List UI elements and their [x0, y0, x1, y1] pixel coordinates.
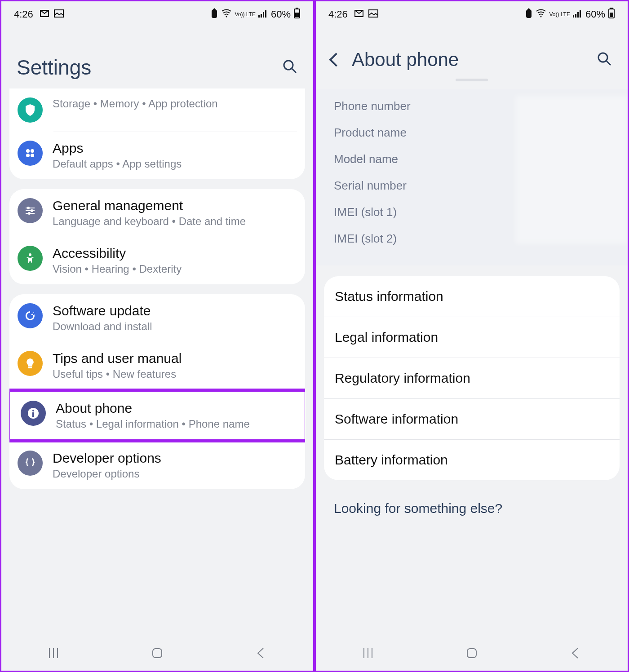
card-device-care: Storage • Memory • App protection Apps D…: [9, 88, 305, 179]
about-regulatory[interactable]: Regulatory information: [324, 358, 620, 398]
about-legal[interactable]: Legal information: [324, 317, 620, 358]
svg-point-39: [598, 53, 607, 62]
nav-bar: [316, 637, 628, 671]
gallery-icon: [368, 9, 378, 20]
settings-row-accessibility[interactable]: Accessibility Vision • Hearing • Dexteri…: [9, 237, 305, 284]
svg-point-13: [26, 154, 30, 157]
svg-point-9: [284, 61, 293, 70]
update-icon: [18, 303, 43, 328]
svg-point-31: [540, 16, 542, 18]
svg-point-12: [31, 149, 34, 153]
row-subtitle: Storage • Memory • App protection: [53, 97, 297, 110]
svg-rect-5: [265, 10, 266, 18]
settings-row-developer[interactable]: Developer options Developer options: [9, 442, 305, 489]
card-general: General management Language and keyboard…: [9, 189, 305, 284]
about-status[interactable]: Status information: [324, 276, 620, 317]
row-subtitle: Default apps • App settings: [53, 158, 297, 170]
row-subtitle: Download and install: [53, 320, 297, 333]
row-title: Tips and user manual: [53, 351, 297, 366]
settings-row-general[interactable]: General management Language and keyboard…: [9, 189, 305, 237]
row-subtitle: Useful tips • New features: [53, 368, 297, 380]
settings-header: Settings: [1, 25, 313, 92]
saver-icon: [210, 8, 218, 21]
settings-row-about[interactable]: About phone Status • Legal information •…: [13, 393, 302, 438]
saver-icon: [525, 8, 533, 21]
svg-line-10: [292, 69, 296, 73]
battery-pct: 60%: [585, 9, 605, 20]
settings-row-update[interactable]: Software update Download and install: [9, 294, 305, 342]
search-icon[interactable]: [282, 58, 298, 76]
svg-point-14: [31, 154, 34, 157]
svg-line-40: [607, 61, 611, 65]
svg-rect-29: [153, 649, 162, 658]
gmail-icon: [40, 9, 49, 20]
svg-point-11: [26, 149, 30, 153]
gallery-icon: [54, 9, 64, 20]
row-subtitle: Language and keyboard • Date and time: [53, 215, 297, 228]
row-title: Software update: [53, 303, 297, 318]
settings-row-apps[interactable]: Apps Default apps • App settings: [9, 132, 305, 179]
status-bar: 4:26 Vo)) LTE 60%: [1, 1, 313, 25]
row-title: Apps: [53, 141, 297, 156]
braces-icon: [18, 451, 43, 476]
status-time: 4:26: [14, 9, 33, 20]
svg-point-18: [31, 209, 33, 212]
row-title: Developer options: [53, 451, 297, 466]
svg-rect-2: [258, 15, 260, 18]
svg-rect-8: [295, 13, 299, 17]
svg-point-24: [32, 410, 34, 411]
row-subtitle: Status • Legal information • Phone name: [56, 418, 294, 430]
home-button[interactable]: [150, 645, 165, 663]
about-sections: Status information Legal information Reg…: [324, 276, 620, 480]
apps-icon: [18, 141, 43, 166]
svg-point-1: [226, 16, 227, 18]
back-icon[interactable]: [331, 55, 352, 65]
back-button[interactable]: [253, 645, 269, 663]
card-system: Software update Download and install Tip…: [9, 294, 305, 489]
svg-rect-37: [610, 8, 613, 9]
volte-label: Vo)) LTE: [549, 12, 570, 17]
status-bar: 4:26 Vo)) LTE 60%: [316, 1, 628, 25]
about-software[interactable]: Software information: [324, 398, 620, 439]
svg-rect-22: [28, 367, 32, 368]
svg-rect-44: [467, 649, 476, 658]
drag-handle[interactable]: [456, 79, 488, 81]
battery-pct: 60%: [271, 9, 291, 20]
status-time: 4:26: [328, 9, 348, 20]
row-title: Accessibility: [53, 246, 297, 261]
recents-button[interactable]: [360, 645, 376, 663]
svg-rect-34: [577, 12, 579, 18]
settings-row-devicecare-partial[interactable]: Storage • Memory • App protection: [9, 88, 305, 132]
bulb-icon: [18, 351, 43, 376]
search-icon[interactable]: [596, 51, 612, 69]
wifi-icon: [536, 9, 546, 20]
signal-icon: [573, 9, 583, 20]
phone-about: 4:26 Vo)) LTE 60% About phone Phone numb…: [314, 0, 629, 672]
svg-rect-30: [369, 10, 378, 17]
nav-bar: [1, 637, 313, 671]
back-button[interactable]: [568, 645, 583, 663]
svg-rect-7: [296, 8, 298, 9]
suggest-label[interactable]: Looking for something else?: [324, 490, 620, 557]
svg-rect-0: [54, 10, 63, 17]
home-button[interactable]: [464, 645, 479, 663]
svg-point-20: [28, 212, 31, 215]
row-title: About phone: [56, 401, 294, 416]
row-subtitle: Developer options: [53, 468, 297, 480]
battery-icon: [293, 8, 301, 21]
svg-rect-33: [575, 14, 576, 18]
info-icon: [21, 401, 46, 426]
page-title: About phone: [352, 49, 459, 71]
signal-icon: [258, 9, 268, 20]
settings-row-tips[interactable]: Tips and user manual Useful tips • New f…: [9, 342, 305, 389]
battery-icon: [608, 8, 615, 21]
row-title: General management: [53, 198, 297, 213]
volte-label: Vo)) LTE: [235, 12, 255, 17]
accessibility-icon: [18, 246, 43, 271]
page-title: Settings: [17, 55, 91, 80]
recents-button[interactable]: [46, 645, 61, 663]
row-subtitle: Vision • Hearing • Dexterity: [53, 263, 297, 275]
about-header: About phone: [316, 25, 628, 79]
about-battery[interactable]: Battery information: [324, 439, 620, 480]
svg-rect-4: [263, 12, 264, 18]
